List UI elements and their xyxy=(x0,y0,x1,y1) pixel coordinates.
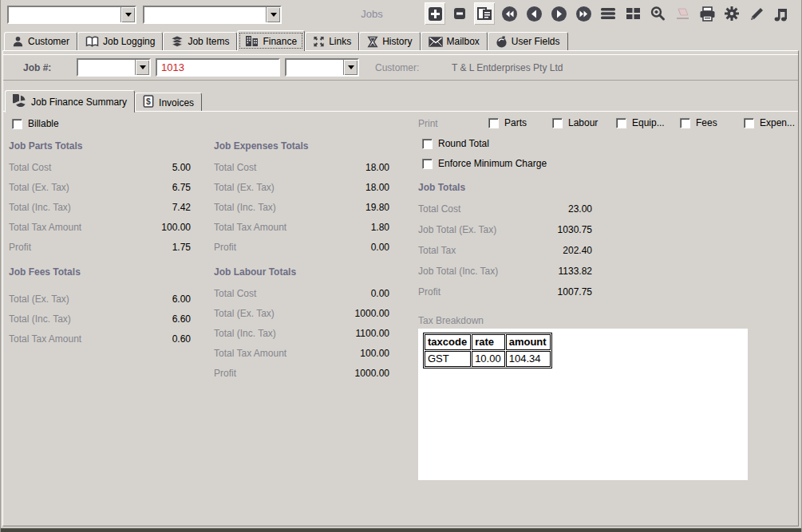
total-row: Profit1000.00 xyxy=(214,363,389,383)
chevron-down-icon[interactable] xyxy=(266,7,280,22)
job-number-field-wrap xyxy=(156,58,280,77)
remove-button[interactable] xyxy=(449,2,470,25)
remove-icon xyxy=(453,7,466,20)
arrows-in-icon xyxy=(313,36,325,47)
tab-label: Job Logging xyxy=(103,36,155,47)
last-record-button[interactable] xyxy=(573,2,594,25)
tab-history[interactable]: History xyxy=(359,32,420,50)
tab-customer[interactable]: Customer xyxy=(4,32,77,50)
total-row: Profit1.75 xyxy=(9,237,191,257)
toolbar-combo-1[interactable] xyxy=(7,6,136,24)
hourglass-icon xyxy=(367,36,378,48)
first-record-icon xyxy=(501,6,518,22)
layers-icon xyxy=(171,36,184,47)
total-row: Total Tax Amount1.80 xyxy=(214,217,389,237)
print-parts-row: Parts xyxy=(488,117,527,128)
add-icon xyxy=(428,6,443,22)
total-row: Job Total (Ex. Tax)1030.75 xyxy=(418,219,592,240)
total-row: Total (Inc. Tax)1100.00 xyxy=(214,323,389,343)
print-equipment-row: Equip... xyxy=(616,117,665,128)
tab-label: History xyxy=(382,36,412,47)
tab-job-items[interactable]: Job Items xyxy=(163,32,237,50)
job-fees-totals-section: Job Fees Totals Total (Ex. Tax)6.00 Tota… xyxy=(9,266,191,349)
chevron-down-icon[interactable] xyxy=(120,7,135,22)
svg-text:$: $ xyxy=(146,97,151,106)
tax-breakdown-label: Tax Breakdown xyxy=(418,315,484,326)
tab-mailbox[interactable]: Mailbox xyxy=(421,32,488,50)
job-expenses-totals-section: Job Expenses Totals Total Cost18.00 Tota… xyxy=(214,140,389,257)
round-total-checkbox[interactable] xyxy=(422,139,433,149)
tab-user-fields[interactable]: User Fields xyxy=(488,32,568,50)
job-number-input[interactable] xyxy=(157,60,279,75)
copy-button[interactable] xyxy=(474,2,495,25)
add-button[interactable] xyxy=(425,2,445,25)
tab-finance[interactable]: Finance xyxy=(237,30,305,51)
total-row: Total Tax Amount0.60 xyxy=(9,329,191,349)
list-view-button[interactable] xyxy=(598,2,618,25)
copy-icon xyxy=(476,6,493,22)
next-record-button[interactable] xyxy=(548,2,569,25)
print-labour-checkbox[interactable] xyxy=(552,118,563,128)
book-icon xyxy=(85,36,99,47)
zoom-in-icon xyxy=(650,6,666,22)
total-row: Total Cost18.00 xyxy=(214,157,389,177)
print-button[interactable] xyxy=(697,2,717,25)
zoom-button[interactable] xyxy=(647,2,668,25)
total-row: Total Cost23.00 xyxy=(418,199,592,219)
tab-label: Finance xyxy=(263,36,297,47)
billable-checkbox[interactable] xyxy=(12,119,22,129)
total-row: Total (Ex. Tax)6.00 xyxy=(9,289,191,309)
section-title: Job Labour Totals xyxy=(214,266,389,278)
job-totals-section: Job Totals Total Cost23.00 Job Total (Ex… xyxy=(418,182,592,302)
grid-view-button[interactable] xyxy=(622,2,643,25)
section-title: Job Totals xyxy=(418,182,592,193)
tax-breakdown-table: taxcode rate amount GST 10.00 104.34 xyxy=(423,333,552,368)
invoice-icon: $ xyxy=(143,95,154,110)
erase-button[interactable] xyxy=(672,2,693,25)
section-title: Job Expenses Totals xyxy=(214,140,389,152)
print-parts-checkbox[interactable] xyxy=(488,118,499,128)
job-number-label: Job #: xyxy=(23,62,51,73)
enforce-minimum-charge-checkbox[interactable] xyxy=(422,159,433,169)
tab-invoices[interactable]: $ Invoices xyxy=(135,93,202,112)
total-row: Total Cost5.00 xyxy=(9,157,191,177)
print-fees-row: Fees xyxy=(680,117,717,128)
gear-icon xyxy=(724,6,740,22)
first-record-button[interactable] xyxy=(499,2,520,25)
buildings-icon xyxy=(245,35,259,47)
previous-record-icon xyxy=(526,6,543,22)
toolbar-icons xyxy=(425,2,792,25)
total-row: Profit1007.75 xyxy=(418,282,592,302)
section-title: Job Parts Totals xyxy=(9,140,191,152)
tab-links[interactable]: Links xyxy=(305,32,359,50)
main-tab-bar: Customer Job Logging Job Items Finance L… xyxy=(1,30,801,50)
job-combo-1[interactable] xyxy=(77,58,151,77)
customer-label: Customer: xyxy=(375,62,419,73)
audio-button[interactable] xyxy=(771,2,792,25)
chevron-down-icon[interactable] xyxy=(135,60,149,75)
previous-record-button[interactable] xyxy=(523,2,544,25)
edit-button[interactable] xyxy=(746,2,767,25)
total-row: Total Tax Amount100.00 xyxy=(214,343,389,363)
pencil-icon xyxy=(749,6,764,22)
job-combo-2[interactable] xyxy=(285,58,359,77)
tab-job-logging[interactable]: Job Logging xyxy=(77,32,163,50)
print-fees-checkbox[interactable] xyxy=(680,118,690,128)
envelope-icon xyxy=(429,37,443,47)
section-title: Job Fees Totals xyxy=(9,266,191,278)
settings-button[interactable] xyxy=(721,2,742,25)
print-expenses-checkbox[interactable] xyxy=(744,118,754,128)
chevron-down-icon[interactable] xyxy=(343,60,358,75)
eraser-icon xyxy=(674,6,690,22)
tax-table-row: GST 10.00 104.34 xyxy=(425,351,551,367)
enforce-minimum-charge-row: Enforce Minimum Charge xyxy=(422,158,547,169)
print-equipment-checkbox[interactable] xyxy=(616,118,626,128)
finance-sub-tab-bar: Job Finance Summary $ Invoices xyxy=(3,89,798,112)
person-icon xyxy=(12,36,24,47)
last-record-icon xyxy=(575,6,592,22)
toolbar-combo-2[interactable] xyxy=(143,6,282,24)
tab-label: Job Items xyxy=(188,36,229,47)
tab-job-finance-summary[interactable]: Job Finance Summary xyxy=(5,90,135,112)
grid-icon xyxy=(626,6,641,21)
tab-label: User Fields xyxy=(512,36,560,47)
